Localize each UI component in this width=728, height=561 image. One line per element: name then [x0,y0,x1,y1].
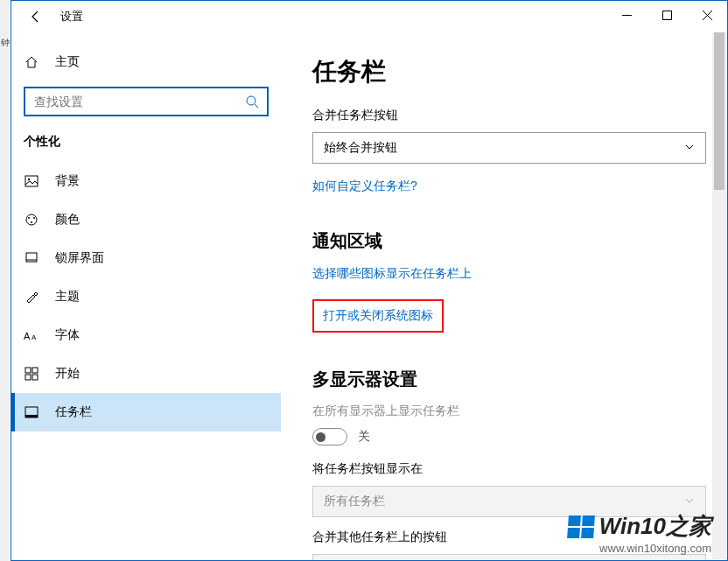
toggle-state: 关 [358,429,370,445]
sidebar-item-colors[interactable]: 颜色 [11,200,281,239]
svg-rect-18 [25,375,31,380]
nav-label: 背景 [55,173,80,189]
multimon-heading: 多显示器设置 [312,368,706,391]
svg-point-7 [28,179,30,180]
search-field[interactable] [25,95,237,109]
combine-other-select: 始终合并按钮 [312,554,706,560]
sidebar-item-start[interactable]: 开始 [11,354,281,393]
chevron-down-icon [684,494,695,508]
svg-rect-1 [662,11,671,19]
font-icon: AA [24,328,39,342]
sidebar-group-title: 个性化 [11,134,281,150]
start-icon [24,367,39,381]
sidebar-item-fonts[interactable]: AA 字体 [11,316,281,354]
system-icons-link[interactable]: 打开或关闭系统图标 [312,299,444,333]
external-fragment: 钟 [0,0,10,561]
nav-label: 颜色 [55,212,80,228]
nav-label: 锁屏界面 [55,250,104,266]
svg-point-8 [26,214,37,225]
chevron-down-icon [684,141,695,155]
svg-rect-16 [25,368,31,373]
svg-point-9 [28,217,30,219]
close-button[interactable] [687,1,727,29]
nav-label: 主题 [55,289,80,305]
taskbar-icon [24,405,39,419]
scrollbar-thumb[interactable] [714,32,724,190]
sidebar-item-taskbar[interactable]: 任务栏 [11,393,281,431]
multimon-label: 在所有显示器上显示任务栏 [312,403,706,419]
combine-label: 合并任务栏按钮 [312,108,706,123]
watermark-url: www.win10xitong.com [568,542,711,555]
home-icon [24,55,39,69]
select-value: 所有任务栏 [324,494,385,509]
select-icons-link[interactable]: 选择哪些图标显示在任务栏上 [312,266,472,282]
notification-heading: 通知区域 [312,229,706,253]
sidebar-item-background[interactable]: 背景 [11,162,281,200]
windows-logo-icon [567,515,595,538]
svg-point-11 [31,221,32,223]
multimon-toggle[interactable] [312,428,347,445]
customize-link[interactable]: 如何自定义任务栏? [312,179,417,194]
svg-point-4 [247,96,256,105]
window-controls [606,1,727,29]
sidebar-home-label: 主页 [55,54,80,70]
nav-label: 开始 [55,366,80,382]
sidebar-item-themes[interactable]: 主题 [11,277,281,316]
select-value: 始终合并按钮 [324,140,397,156]
svg-text:A: A [24,331,31,341]
page-title: 任务栏 [312,55,706,88]
back-button[interactable] [22,3,50,31]
svg-rect-6 [25,176,38,186]
sidebar: 主页 个性化 背景 颜色 锁屏界面 [11,32,281,560]
window-title: 设置 [60,9,83,25]
svg-rect-21 [25,415,38,417]
watermark: Win10之家 www.win10xitong.com [568,511,711,555]
combine-select[interactable]: 始终合并按钮 [312,132,706,164]
svg-point-10 [33,217,35,219]
content-area: 任务栏 合并任务栏按钮 始终合并按钮 如何自定义任务栏? 通知区域 选择哪些图标… [281,32,727,560]
svg-line-5 [255,104,258,108]
showbuttons-label: 将任务栏按钮显示在 [312,461,706,477]
nav-label: 字体 [55,327,80,343]
settings-window: 设置 主页 个性化 背景 [10,0,728,561]
minimize-button[interactable] [606,1,647,29]
maximize-button[interactable] [647,1,687,29]
search-icon [237,95,267,109]
sidebar-home[interactable]: 主页 [11,46,281,78]
picture-icon [24,174,39,188]
vertical-scrollbar[interactable] [712,32,726,559]
svg-rect-17 [32,368,38,373]
nav-label: 任务栏 [55,404,92,420]
search-input[interactable] [24,87,269,116]
lockscreen-icon [24,251,39,265]
theme-icon [24,290,39,304]
watermark-brand: Win10之家 [599,511,711,542]
sidebar-item-lockscreen[interactable]: 锁屏界面 [11,239,281,277]
palette-icon [24,213,39,227]
svg-rect-19 [32,375,38,380]
svg-text:A: A [32,333,37,341]
